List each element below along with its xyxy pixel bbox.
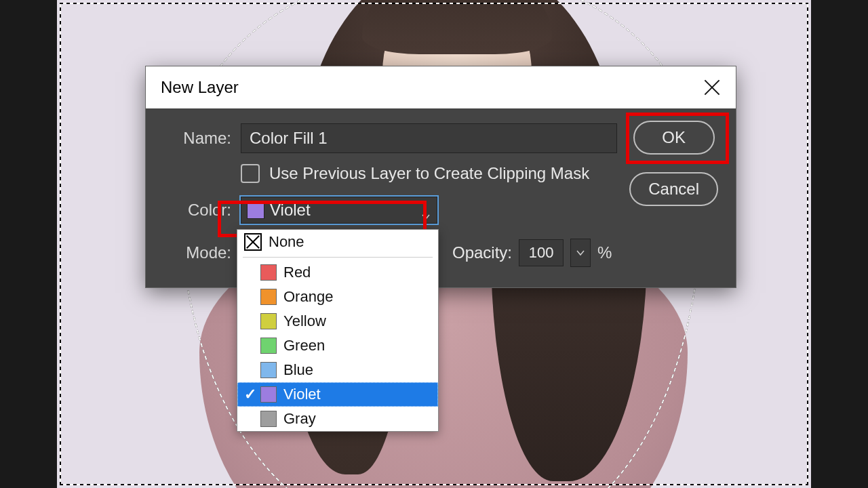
color-dropdown[interactable]: Violet xyxy=(241,197,437,224)
layer-name-input[interactable] xyxy=(241,123,617,153)
color-swatch-icon xyxy=(260,264,277,281)
color-option-red[interactable]: Red xyxy=(237,260,438,285)
color-swatch-icon xyxy=(260,313,277,329)
clipping-label: Use Previous Layer to Create Clipping Ma… xyxy=(269,164,589,183)
chevron-down-icon xyxy=(422,206,430,214)
color-dropdown-list[interactable]: None Red Orange Yellow Green Blue ✓ Viol… xyxy=(237,229,439,432)
color-option-yellow[interactable]: Yellow xyxy=(237,309,438,333)
cancel-button-label: Cancel xyxy=(648,180,699,199)
color-option-label: Violet xyxy=(283,386,321,403)
close-icon[interactable] xyxy=(702,77,722,98)
color-option-orange[interactable]: Orange xyxy=(237,285,438,309)
color-option-label: Red xyxy=(283,264,311,281)
opacity-stepper[interactable] xyxy=(570,239,591,267)
name-label: Name: xyxy=(163,129,241,148)
dropdown-separator xyxy=(243,257,433,258)
selected-color-swatch xyxy=(247,201,264,219)
color-swatch-icon xyxy=(260,289,277,305)
color-option-label: None xyxy=(269,233,304,251)
color-label: Color: xyxy=(163,201,241,220)
clipping-checkbox[interactable] xyxy=(241,164,260,183)
ok-button-label: OK xyxy=(662,128,686,147)
color-option-label: Green xyxy=(283,337,325,354)
color-swatch-icon xyxy=(260,411,277,427)
color-option-label: Gray xyxy=(283,410,316,428)
color-swatch-icon xyxy=(260,338,277,354)
opacity-label: Opacity: xyxy=(452,243,512,262)
opacity-input[interactable] xyxy=(519,239,564,266)
color-option-none[interactable]: None xyxy=(237,230,438,254)
none-swatch-icon xyxy=(244,233,262,251)
color-option-gray[interactable]: Gray xyxy=(237,407,438,431)
selected-color-text: Violet xyxy=(270,201,311,220)
dialog-body: Name: Use Previous Layer to Create Clipp… xyxy=(146,108,736,287)
color-option-violet[interactable]: ✓ Violet xyxy=(237,382,438,407)
color-swatch-icon xyxy=(260,386,277,403)
color-option-label: Yellow xyxy=(283,312,326,330)
dialog-buttons: OK Cancel xyxy=(629,121,718,206)
check-icon: ✓ xyxy=(244,386,256,403)
opacity-unit: % xyxy=(597,243,612,262)
dialog-titlebar: New Layer xyxy=(146,66,736,108)
color-option-green[interactable]: Green xyxy=(237,333,438,358)
dialog-title: New Layer xyxy=(161,78,239,97)
app-stage: New Layer Name: Use Previous Layer to Cr… xyxy=(0,0,868,488)
cancel-button[interactable]: Cancel xyxy=(629,172,718,206)
color-swatch-icon xyxy=(260,362,277,378)
color-option-blue[interactable]: Blue xyxy=(237,358,438,382)
color-option-label: Orange xyxy=(283,288,333,306)
ok-button[interactable]: OK xyxy=(633,121,715,155)
color-option-label: Blue xyxy=(283,361,313,379)
new-layer-dialog: New Layer Name: Use Previous Layer to Cr… xyxy=(146,66,736,287)
opacity-group: Opacity: % xyxy=(452,239,612,267)
mode-label: Mode: xyxy=(163,243,241,262)
